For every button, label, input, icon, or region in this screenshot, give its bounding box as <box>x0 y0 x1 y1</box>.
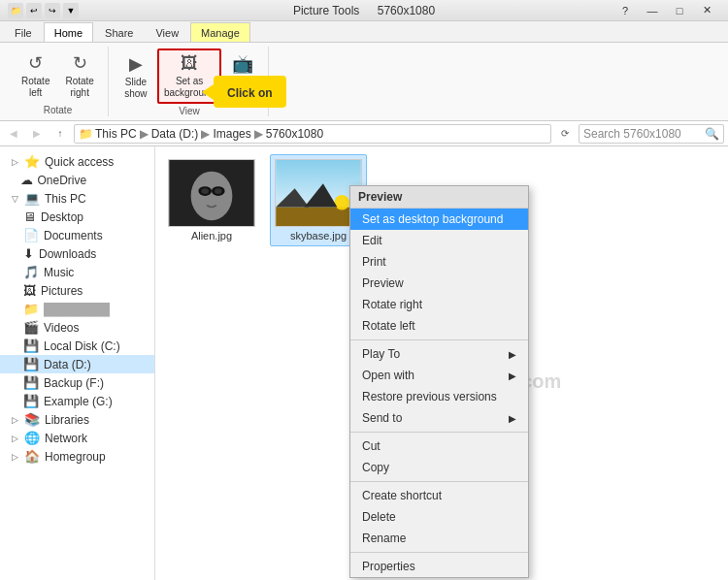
path-folder[interactable]: 5760x1080 <box>266 127 323 141</box>
sidebar-label-downloads: Downloads <box>39 247 96 261</box>
sidebar-label-onedrive: OneDrive <box>38 174 87 187</box>
ctx-set-background[interactable]: Set as desktop background <box>350 209 528 230</box>
sidebar-item-this-pc[interactable]: ▽ 💻 This PC <box>0 189 154 208</box>
sidebar-label-music: Music <box>44 266 74 279</box>
ctx-cut[interactable]: Cut <box>350 435 528 457</box>
rotate-right-button[interactable]: ↻ Rotateright <box>59 48 99 103</box>
arrow-homegroup: ▷ <box>12 452 18 462</box>
videos-icon: 🎬 <box>23 320 39 335</box>
up-button[interactable]: ↑ <box>50 124 70 144</box>
sep2: ▶ <box>201 127 210 141</box>
music-icon: 🎵 <box>23 265 39 279</box>
title-bar-left: 📁 ↩ ↪ ▼ <box>8 3 79 18</box>
svg-point-8 <box>335 195 350 210</box>
documents-icon: 📄 <box>23 228 39 242</box>
sep3: ▶ <box>254 127 263 141</box>
title-bar-center: Picture Tools 5760x1080 <box>293 4 435 17</box>
tab-share[interactable]: Share <box>94 22 144 42</box>
ctx-open-with[interactable]: Open with ▶ <box>350 365 528 386</box>
ctx-rotate-right-label: Rotate right <box>362 298 422 311</box>
set-background-button[interactable]: 🖼 Set asbackground <box>157 48 221 104</box>
path-this-pc[interactable]: This PC <box>95 127 137 141</box>
tab-home[interactable]: Home <box>44 22 93 42</box>
local-disk-icon: 💾 <box>23 338 39 353</box>
rotate-right-label: Rotateright <box>65 76 93 99</box>
sidebar-item-quick-access[interactable]: ▷ ⭐ Quick access <box>0 152 154 171</box>
sidebar-item-local-disk[interactable]: 💾 Local Disk (C:) <box>0 337 154 355</box>
help-button[interactable]: ? <box>612 0 639 21</box>
sidebar-item-homegroup[interactable]: ▷ 🏠 Homegroup <box>0 447 154 466</box>
alien-filename: Alien.jpg <box>191 230 232 242</box>
sidebar-item-downloads[interactable]: ⬇ Downloads <box>0 244 154 263</box>
ctx-rename[interactable]: Rename <box>350 528 528 549</box>
ribbon: File Home Share View Manage ↺ Rotateleft… <box>0 21 728 121</box>
arrow-onedrive <box>12 176 15 185</box>
sidebar-item-desktop[interactable]: 🖥 Desktop <box>0 208 154 226</box>
tab-file[interactable]: File <box>4 22 43 42</box>
ctx-send-to[interactable]: Send to ▶ <box>350 407 528 429</box>
redo-icon[interactable]: ↪ <box>45 3 60 18</box>
blurred-icon: 📁 <box>23 302 39 316</box>
ctx-print[interactable]: Print <box>350 251 528 273</box>
tab-view[interactable]: View <box>145 22 189 42</box>
ctx-rotate-left[interactable]: Rotate left <box>350 315 528 337</box>
rotate-left-button[interactable]: ↺ Rotateleft <box>16 48 55 103</box>
title-bar-right: ? — □ ✕ <box>612 0 720 21</box>
minimize-button[interactable]: — <box>639 0 666 21</box>
slideshow-button[interactable]: ▶ Slideshow <box>118 49 153 104</box>
path-data[interactable]: Data (D:) <box>151 127 199 141</box>
play-to-button[interactable]: 📺 PlayTo ▼ <box>225 49 260 104</box>
downloads-icon: ⬇ <box>23 246 34 261</box>
ctx-sep1 <box>350 339 528 340</box>
view-buttons: ▶ Slideshow 🖼 Set asbackground 📺 PlayTo … <box>118 48 260 104</box>
sidebar-item-videos[interactable]: 🎬 Videos <box>0 318 154 337</box>
svg-point-4 <box>201 188 209 194</box>
maximize-button[interactable]: □ <box>666 0 693 21</box>
ctx-rotate-right[interactable]: Rotate right <box>350 294 528 315</box>
path-images[interactable]: Images <box>213 127 250 141</box>
sidebar-item-example[interactable]: 💾 Example (G:) <box>0 392 154 410</box>
sidebar-item-data[interactable]: 💾 Data (D:) <box>0 355 154 373</box>
play-to-label: PlayTo ▼ <box>232 77 254 100</box>
ctx-copy[interactable]: Copy <box>350 457 528 478</box>
ctx-delete[interactable]: Delete <box>350 506 528 528</box>
forward-button[interactable]: ▶ <box>27 124 47 144</box>
skybase-filename: skybase.jpg <box>290 230 347 242</box>
search-box[interactable]: Search 5760x1080 🔍 <box>579 124 724 144</box>
homegroup-icon: 🏠 <box>24 449 40 464</box>
sidebar-item-backup[interactable]: 💾 Backup (F:) <box>0 373 154 392</box>
ctx-rotate-left-label: Rotate left <box>362 319 415 333</box>
sidebar-label-example: Example (G:) <box>44 395 113 408</box>
ctx-open-with-label: Open with <box>362 369 414 382</box>
sidebar-item-documents[interactable]: 📄 Documents <box>0 226 154 244</box>
file-item-alien[interactable]: Alien.jpg <box>163 154 260 246</box>
ctx-properties[interactable]: Properties <box>350 556 528 577</box>
ctx-play-to[interactable]: Play To ▶ <box>350 343 528 365</box>
ctx-delete-label: Delete <box>362 510 396 524</box>
sidebar-label-network: Network <box>45 432 87 445</box>
back-button[interactable]: ◀ <box>4 124 23 144</box>
ribbon-content: ↺ Rotateleft ↻ Rotateright Rotate ▶ Slid… <box>0 43 728 120</box>
ctx-play-to-arrow: ▶ <box>509 349 516 360</box>
alien-thumb <box>168 159 255 227</box>
rotate-group-label: Rotate <box>44 105 72 115</box>
sidebar-item-libraries[interactable]: ▷ 📚 Libraries <box>0 410 154 429</box>
address-path[interactable]: 📁 This PC ▶ Data (D:) ▶ Images ▶ 5760x10… <box>74 124 551 144</box>
sidebar-item-blurred[interactable]: 📁 ████████ <box>0 300 154 318</box>
ctx-edit[interactable]: Edit <box>350 230 528 251</box>
ctx-properties-label: Properties <box>362 560 415 573</box>
rotate-buttons: ↺ Rotateleft ↻ Rotateright <box>16 48 100 103</box>
sidebar-item-onedrive[interactable]: ☁ OneDrive <box>0 171 154 189</box>
undo-icon[interactable]: ↩ <box>26 3 42 18</box>
sidebar-item-network[interactable]: ▷ 🌐 Network <box>0 429 154 447</box>
dropdown-icon[interactable]: ▼ <box>63 3 79 18</box>
ctx-create-shortcut[interactable]: Create shortcut <box>350 485 528 506</box>
close-button[interactable]: ✕ <box>693 0 720 21</box>
sidebar-item-pictures[interactable]: 🖼 Pictures <box>0 281 154 300</box>
tab-manage[interactable]: Manage <box>190 22 250 42</box>
ctx-open-with-arrow: ▶ <box>509 371 516 381</box>
ctx-preview[interactable]: Preview <box>350 273 528 294</box>
refresh-button[interactable]: ⟳ <box>555 124 575 144</box>
ctx-restore[interactable]: Restore previous versions <box>350 386 528 407</box>
sidebar-item-music[interactable]: 🎵 Music <box>0 263 154 281</box>
